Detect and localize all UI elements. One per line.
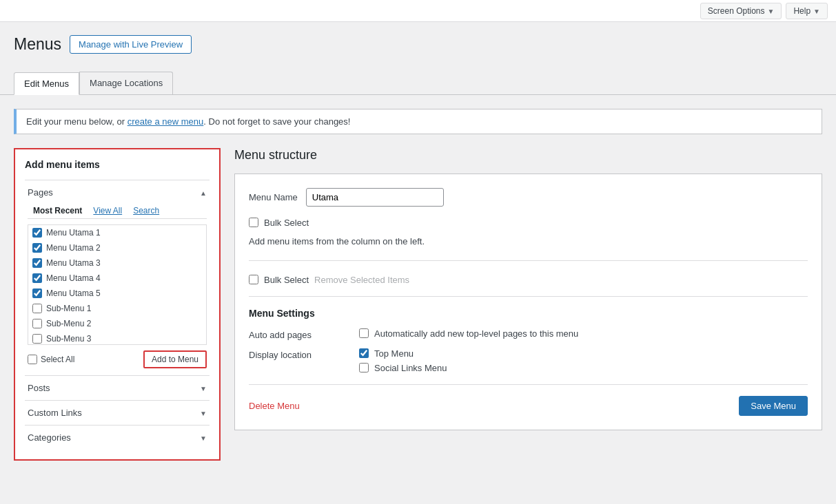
list-item: Menu Utama 3 (28, 255, 206, 271)
pages-chevron-up-icon (200, 187, 207, 198)
sub-menu-3-checkbox[interactable] (32, 334, 42, 344)
posts-accordion-header[interactable]: Posts (25, 376, 210, 400)
pages-section: Pages Most Recent View All Search Menu (25, 180, 210, 375)
sub-menu-1-checkbox[interactable] (32, 304, 42, 313)
pages-checkbox-list: Menu Utama 1 Menu Utama 2 Menu Utama 3 (28, 224, 207, 345)
auto-add-pages-label: Auto add pages (249, 328, 345, 340)
main-content: Edit your menu below, or create a new me… (0, 95, 836, 474)
chevron-down-icon (768, 6, 775, 16)
list-item: Sub-Menu 1 (28, 301, 206, 316)
select-all-label[interactable]: Select All (28, 355, 74, 364)
menu-name-input[interactable] (306, 188, 444, 207)
menu-name-label: Menu Name (249, 192, 298, 202)
custom-links-section: Custom Links (25, 400, 210, 425)
add-menu-items-panel: Add menu items Pages Most Recent View Al… (14, 148, 221, 461)
menu-name-row: Menu Name (249, 188, 808, 207)
pages-tab-view-all[interactable]: View All (88, 203, 128, 218)
menu-utama-1-checkbox[interactable] (32, 228, 42, 238)
bulk-select-row-bottom: Bulk Select Remove Selected Items (249, 275, 808, 297)
save-menu-button[interactable]: Save Menu (739, 396, 808, 416)
add-to-menu-button[interactable]: Add to Menu (143, 350, 207, 368)
list-item: Menu Utama 2 (28, 240, 206, 255)
social-links-label: Social Links Menu (374, 363, 447, 373)
display-location-label: Display location (249, 348, 345, 360)
display-location-content: Top Menu Social Links Menu (359, 348, 447, 373)
list-item: Menu Utama 4 (28, 271, 206, 286)
tabs-container: Edit Menus Manage Locations (0, 61, 836, 95)
sub-menu-3-label[interactable]: Sub-Menu 3 (46, 334, 91, 344)
bulk-select-row-top: Bulk Select (249, 218, 808, 228)
categories-accordion-header[interactable]: Categories (25, 426, 210, 450)
auto-add-checkbox[interactable] (359, 328, 369, 338)
posts-chevron-down-icon (200, 383, 207, 393)
pages-tab-search[interactable]: Search (128, 203, 165, 218)
pages-tabs: Most Recent View All Search (28, 203, 207, 219)
auto-add-pages-row: Auto add pages Automatically add new top… (249, 328, 808, 340)
pages-tab-most-recent[interactable]: Most Recent (28, 203, 88, 218)
menu-utama-4-checkbox[interactable] (32, 273, 42, 283)
bulk-select-top-label: Bulk Select (264, 218, 309, 228)
notice-bar: Edit your menu below, or create a new me… (14, 109, 822, 134)
tab-manage-locations[interactable]: Manage Locations (79, 72, 173, 94)
remove-selected-items-link[interactable]: Remove Selected Items (314, 275, 409, 285)
page-header: Menus Manage with Live Preview (0, 22, 836, 55)
pages-heading: Pages (28, 187, 53, 198)
menu-structure-title: Menu structure (234, 148, 822, 162)
auto-add-checkbox-row[interactable]: Automatically add new top-level pages to… (359, 328, 578, 339)
tab-edit-menus[interactable]: Edit Menus (14, 72, 79, 95)
auto-add-pages-content: Automatically add new top-level pages to… (359, 328, 578, 339)
menu-utama-2-label[interactable]: Menu Utama 2 (46, 243, 101, 253)
bulk-select-top-checkbox[interactable] (249, 218, 258, 227)
categories-section: Categories (25, 425, 210, 450)
live-preview-button[interactable]: Manage with Live Preview (70, 35, 192, 54)
custom-links-heading: Custom Links (28, 408, 82, 418)
custom-links-accordion-header[interactable]: Custom Links (25, 401, 210, 425)
sub-menu-1-label[interactable]: Sub-Menu 1 (46, 304, 91, 313)
display-location-row: Display location Top Menu Social Links M… (249, 348, 808, 373)
menu-utama-2-checkbox[interactable] (32, 243, 42, 253)
top-bar: Screen Options Help (0, 0, 836, 22)
page-title: Menus (14, 34, 61, 55)
posts-heading: Posts (28, 383, 50, 393)
menu-utama-5-checkbox[interactable] (32, 288, 42, 298)
menu-settings-title: Menu Settings (249, 308, 808, 319)
top-menu-label: Top Menu (374, 348, 414, 359)
menu-utama-3-label[interactable]: Menu Utama 3 (46, 258, 101, 268)
delete-menu-link[interactable]: Delete Menu (249, 401, 300, 411)
list-item: Sub-Menu 3 (28, 331, 206, 345)
chevron-down-icon (813, 6, 820, 16)
posts-section: Posts (25, 375, 210, 400)
categories-chevron-down-icon (200, 432, 207, 443)
social-links-row[interactable]: Social Links Menu (359, 363, 447, 373)
pages-accordion-content: Most Recent View All Search Menu Utama 1… (25, 198, 210, 375)
add-menu-items-title: Add menu items (25, 159, 210, 170)
list-item: Sub-Menu 2 (28, 316, 206, 331)
list-item: Menu Utama 5 (28, 286, 206, 301)
sub-menu-2-label[interactable]: Sub-Menu 2 (46, 319, 91, 328)
create-new-menu-link[interactable]: create a new menu (128, 116, 204, 127)
top-menu-row[interactable]: Top Menu (359, 348, 447, 359)
menu-utama-3-checkbox[interactable] (32, 258, 42, 268)
screen-options-button[interactable]: Screen Options (700, 3, 782, 19)
help-button[interactable]: Help (786, 3, 828, 19)
top-menu-checkbox[interactable] (359, 348, 369, 358)
menu-utama-1-label[interactable]: Menu Utama 1 (46, 228, 101, 238)
add-from-left-text: Add menu items from the column on the le… (249, 236, 808, 261)
categories-heading: Categories (28, 432, 71, 443)
menu-utama-4-label[interactable]: Menu Utama 4 (46, 273, 101, 283)
select-all-checkbox[interactable] (28, 355, 37, 364)
custom-links-chevron-down-icon (200, 408, 207, 418)
menu-footer-row: Delete Menu Save Menu (249, 384, 808, 416)
bulk-select-bottom-checkbox[interactable] (249, 275, 258, 284)
content-columns: Add menu items Pages Most Recent View Al… (14, 148, 822, 461)
auto-add-checkbox-label: Automatically add new top-level pages to… (374, 328, 578, 339)
list-item: Menu Utama 1 (28, 225, 206, 240)
pages-accordion-header[interactable]: Pages (25, 180, 210, 198)
bulk-select-bottom-label: Bulk Select (264, 275, 309, 285)
menu-utama-5-label[interactable]: Menu Utama 5 (46, 288, 101, 298)
menu-structure-panel: Menu structure Menu Name Bulk Select Add… (234, 148, 822, 461)
menu-structure-box: Menu Name Bulk Select Add menu items fro… (234, 174, 822, 430)
social-links-checkbox[interactable] (359, 363, 369, 372)
menu-settings-section: Menu Settings Auto add pages Automatical… (249, 308, 808, 373)
sub-menu-2-checkbox[interactable] (32, 319, 42, 328)
